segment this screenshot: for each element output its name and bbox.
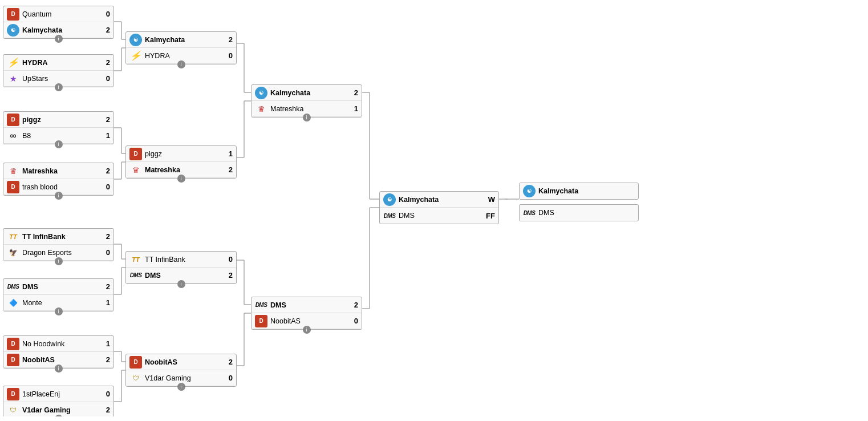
r5m1-team2: DMS DMS — [520, 205, 638, 221]
hydra-logo-r2m1: ⚡ — [129, 50, 142, 62]
r1m2: ⚡ HYDRA 2 ★ UpStars 0 i — [3, 54, 114, 87]
r2m1-team1: ☯ Kalmychata 2 — [126, 32, 236, 48]
r1m7-team1-score: 1 — [100, 339, 110, 348]
r2m4-team2-score: 0 — [222, 374, 233, 382]
r5m1-team1: ☯ Kalmychata — [520, 183, 638, 199]
kalmychata-logo-r2m1: ☯ — [129, 34, 142, 46]
r1m6-team1-name: DMS — [22, 283, 100, 291]
r1m3-team1: D piggz 2 — [3, 112, 113, 128]
r2m3: TT TT InfinBank 0 DMS DMS 2 i — [125, 251, 237, 284]
r3m1-info[interactable]: i — [303, 114, 311, 122]
nohoodwink-logo: D — [7, 338, 19, 350]
r1m1-team2-name: Kalmychata — [22, 26, 100, 34]
piggz-logo: D — [7, 114, 19, 126]
r3m1-team1: ☯ Kalmychata 2 — [252, 85, 362, 101]
r1m6-info[interactable]: i — [55, 307, 63, 315]
r3m2-team1-score: 2 — [348, 301, 358, 309]
r1m3-info[interactable]: i — [55, 140, 63, 148]
r1m2-team1-score: 2 — [100, 58, 110, 67]
r4m1-team1-name: Kalmychata — [399, 196, 485, 204]
r3m1: ☯ Kalmychata 2 ♛ Matreshka 1 i — [251, 84, 362, 118]
r3m2-team2-score: 0 — [348, 317, 358, 325]
matreshka-logo-r1m4: ♛ — [7, 165, 19, 177]
r1m5-info[interactable]: i — [55, 257, 63, 265]
quantum-logo: D — [7, 8, 19, 21]
r1m6-team1-score: 2 — [100, 282, 110, 291]
r2m3-team2-score: 2 — [222, 271, 233, 280]
r2m2-info[interactable]: i — [177, 175, 185, 183]
firstplace-logo: D — [7, 388, 19, 400]
matreshka-logo-r2m2: ♛ — [129, 164, 142, 176]
trashblood-logo: D — [7, 181, 19, 193]
r3m1-team1-score: 2 — [348, 88, 358, 97]
r1m1-team1-name: Quantum — [22, 10, 100, 18]
r1m4: ♛ Matreshka 2 D trash blood 0 i — [3, 163, 114, 196]
r2m4-team2-name: V1dar Gaming — [145, 374, 222, 382]
r1m4-team1-name: Matreshka — [22, 167, 100, 175]
kalmychata-logo-r4m1: ☯ — [383, 193, 396, 206]
r1m6-team2-score: 1 — [100, 298, 110, 307]
r2m3-team1: TT TT InfinBank 0 — [126, 252, 236, 268]
r1m8-team1-name: 1stPlaceEnj — [22, 390, 100, 398]
dms-logo-r3m2: DMS — [255, 299, 267, 311]
r2m2-team1: D piggz 1 — [126, 146, 236, 162]
r1m7-team1: D No Hoodwink 1 — [3, 336, 113, 352]
monte-logo: 🔷 — [7, 297, 19, 309]
r1m8-team2-score: 2 — [100, 406, 110, 414]
noobit-logo-r1m7: D — [7, 354, 19, 366]
r1m2-team1: ⚡ HYDRA 2 — [3, 55, 113, 71]
r5m1-team1-name: Kalmychata — [538, 187, 635, 195]
r1m4-team1-score: 2 — [100, 167, 110, 175]
kalmychata-logo-r3m1: ☯ — [255, 87, 267, 99]
r1m4-team2-name: trash blood — [22, 183, 100, 191]
r2m2: D piggz 1 ♛ Matreshka 2 i — [125, 145, 237, 179]
r2m1: ☯ Kalmychata 2 ⚡ HYDRA 0 i — [125, 31, 237, 64]
r4m1-team2-name: DMS — [399, 212, 485, 220]
r1m1-info[interactable]: i — [55, 35, 63, 43]
r2m1-team2-score: 0 — [222, 51, 233, 60]
dms-logo-r4m1: DMS — [383, 209, 396, 222]
r3m2-info[interactable]: i — [303, 326, 311, 334]
r2m4-team1-name: NoobitAS — [145, 358, 222, 366]
r4m1: ☯ Kalmychata W DMS DMS FF — [379, 191, 499, 224]
v1dar-logo-r1m8: 🛡 — [7, 404, 19, 416]
r1m5-team2-score: 0 — [100, 248, 110, 257]
r4m1-team2-score: FF — [485, 212, 495, 220]
r2m1-info[interactable]: i — [177, 60, 185, 68]
r1m8-team1-score: 0 — [100, 390, 110, 398]
r2m3-info[interactable]: i — [177, 280, 185, 288]
r1m8: D 1stPlaceEnj 0 🛡 V1dar Gaming 2 i — [3, 386, 114, 416]
r5m1-team2-name: DMS — [538, 209, 635, 217]
r2m1-team2-name: HYDRA — [145, 52, 222, 60]
r1m1-team1: D Quantum 0 — [3, 6, 113, 22]
r1m3-team2-name: B8 — [22, 132, 100, 140]
r1m5: TT TT InfinBank 2 🦅 Dragon Esports 0 i — [3, 228, 114, 261]
dragon-logo: 🦅 — [7, 246, 19, 259]
r2m3-team1-name: TT InfinBank — [145, 256, 222, 264]
r3m1-team1-name: Kalmychata — [270, 89, 348, 97]
tt-logo-r2m3: TT — [129, 253, 142, 266]
dms-logo-r2m3: DMS — [129, 269, 142, 282]
r1m5-team2-name: Dragon Esports — [22, 249, 100, 257]
r1m8-team1: D 1stPlaceEnj 0 — [3, 386, 113, 402]
r2m2-team2-name: Matreshka — [145, 166, 222, 174]
r1m7-team2-score: 2 — [100, 355, 110, 364]
r1m4-info[interactable]: i — [55, 192, 63, 200]
r1m3-team1-name: piggz — [22, 116, 100, 124]
b8-logo: ∞ — [7, 129, 19, 142]
r2m4-info[interactable]: i — [177, 383, 185, 391]
r1m7-info[interactable]: i — [55, 365, 63, 373]
r2m4-team1: D NoobitAS 2 — [126, 354, 236, 370]
r1m5-team1-name: TT InfinBank — [22, 233, 100, 241]
r2m4: D NoobitAS 2 🛡 V1dar Gaming 0 i — [125, 354, 237, 387]
kalmychata-logo-r5m1: ☯ — [523, 185, 536, 197]
r3m2: DMS DMS 2 D NoobitAS 0 i — [251, 297, 362, 330]
matreshka-logo-r3m1: ♛ — [255, 103, 267, 115]
piggz-logo-r2m2: D — [129, 148, 142, 160]
r1m2-info[interactable]: i — [55, 83, 63, 91]
r2m2-team2-score: 2 — [222, 165, 233, 174]
noobit-logo-r2m4: D — [129, 356, 142, 369]
r1m2-team2-score: 0 — [100, 74, 110, 83]
r1m7: D No Hoodwink 1 D NoobitAS 2 i — [3, 335, 114, 369]
r1m1-team1-score: 0 — [100, 10, 110, 18]
